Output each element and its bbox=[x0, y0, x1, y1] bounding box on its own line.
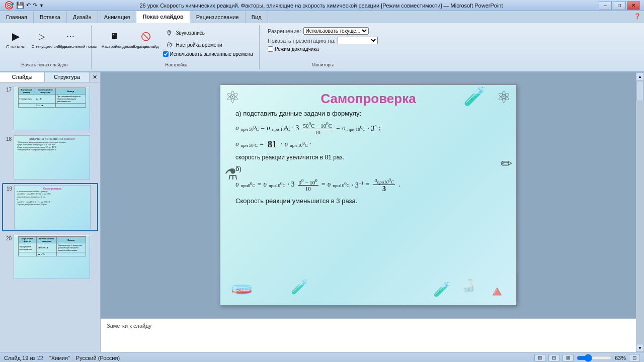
custom-show-label: Произвольный показ bbox=[58, 44, 83, 49]
slide-thumb-20[interactable]: 20 Изучаемый факторИспользуемые вещества… bbox=[2, 233, 98, 281]
sound-label: Звукозапись bbox=[176, 30, 205, 36]
btn-custom-show[interactable]: ⋯ Произвольный показ bbox=[56, 27, 85, 50]
slide-thumb-18[interactable]: 18 Задача на применение знаний • Определ… bbox=[2, 134, 98, 181]
ribbon-group-monitors: Разрешение: Использовать текуще... Показ… bbox=[268, 25, 384, 69]
formula-a-line2: υ при 50 C = 81 · υ при 100C · bbox=[235, 139, 501, 150]
btn-hide-slide[interactable]: 🚫 Скрыть слайд bbox=[131, 27, 161, 50]
slide-thumb-17[interactable]: 17 Изучаемый факторИспользуемые вещества… bbox=[2, 84, 98, 132]
panel-tab-outline[interactable]: Структура bbox=[45, 72, 90, 82]
presenter-mode-label: Режим докладчика bbox=[275, 46, 319, 52]
group-monitors-label: Мониторы bbox=[268, 61, 378, 67]
scroll-track[interactable] bbox=[636, 80, 644, 344]
show-on-label: Показать презентацию на: bbox=[268, 38, 336, 44]
setup-demo-label: Настройка демонстрации bbox=[102, 44, 127, 49]
scroll-thumb[interactable] bbox=[636, 81, 643, 101]
resolution-label: Разрешение: bbox=[268, 28, 301, 34]
btn-timing[interactable]: ⏱ Настройка времени bbox=[163, 39, 253, 50]
quick-access-redo[interactable]: ↷ bbox=[33, 2, 37, 9]
tab-animation[interactable]: Анимация bbox=[98, 11, 137, 23]
main-area: Слайды Структура ✕ 17 Изучаемый факторИс… bbox=[0, 72, 644, 352]
from-current-icon: ▷ bbox=[34, 28, 50, 44]
status-right: ⊞ ⊟ ⊠ 63% ⊡ bbox=[534, 354, 640, 361]
scroll-down-button[interactable]: ▼ bbox=[636, 344, 644, 352]
timing-label: Настройка времени bbox=[176, 42, 222, 48]
slide-num-17: 17 bbox=[4, 86, 12, 93]
presenter-mode-row[interactable]: Режим докладчика bbox=[268, 46, 378, 52]
from-start-label: С начала bbox=[6, 44, 26, 49]
result-a: скорость реакции увеличится в 81 раз. bbox=[235, 154, 501, 161]
from-current-label: С текущего слайда bbox=[32, 44, 52, 49]
sound-icon: 🎙 bbox=[165, 28, 174, 37]
show-on-row: Показать презентацию на: bbox=[268, 37, 378, 44]
slide-num-18: 18 bbox=[4, 135, 12, 142]
deco-tube-bottom: 🧪 bbox=[291, 279, 308, 295]
tab-home[interactable]: Главная bbox=[0, 11, 34, 23]
quick-access-more[interactable]: ▼ bbox=[39, 3, 44, 8]
status-left: Слайд 19 из 22 "Химия" Русский (Россия) bbox=[4, 355, 120, 361]
language-info: Русский (Россия) bbox=[76, 355, 120, 361]
presenter-mode-checkbox[interactable] bbox=[268, 46, 273, 52]
ai-label: Ai bbox=[36, 354, 43, 362]
minimize-button[interactable]: – bbox=[599, 1, 612, 10]
btn-from-current[interactable]: ▷ С текущего слайда bbox=[30, 27, 54, 50]
show-on-select[interactable] bbox=[338, 37, 378, 44]
slide-canvas[interactable]: ⚛ ⚛ 🧪 ⚗ ✏ 🧫 🧪 🔺 🍶 🧪 Самопро bbox=[220, 84, 517, 306]
slide-preview-18: Задача на применение знаний • Определить… bbox=[14, 135, 90, 179]
resolution-row: Разрешение: Использовать текуще... bbox=[268, 27, 378, 35]
tab-insert[interactable]: Вставка bbox=[34, 11, 67, 23]
formula-a-line1: υ при 500C = υ при 100C · 3 500C − 100C … bbox=[235, 121, 501, 135]
from-start-icon: ▶ bbox=[8, 28, 24, 44]
window-title: 26 урок Скорость химических реакций. Фак… bbox=[44, 3, 599, 9]
tab-slideshow[interactable]: Показ слайдов bbox=[136, 11, 190, 23]
deco-beaker-top: 🧪 bbox=[463, 86, 486, 107]
zoom-fit-button[interactable]: ⊡ bbox=[629, 354, 640, 361]
deco-atom-left: ⚛ bbox=[225, 87, 240, 107]
help-button[interactable]: ❓ bbox=[631, 11, 644, 23]
view-normal-button[interactable]: ⊞ bbox=[534, 354, 545, 361]
deco-triangle-bottom-right: 🔺 bbox=[488, 283, 506, 300]
quick-access-save[interactable]: 💾 bbox=[16, 2, 24, 9]
deco-flask-left: ⚗ bbox=[224, 165, 238, 183]
slide-num-20: 20 bbox=[4, 235, 12, 241]
tab-view[interactable]: Вид bbox=[246, 11, 268, 23]
group-setup-label: Настройка bbox=[100, 61, 253, 67]
slides-list: 17 Изучаемый факторИспользуемые вещества… bbox=[0, 82, 100, 348]
resolution-select[interactable]: Использовать текуще... bbox=[303, 27, 369, 35]
close-button[interactable]: ✕ bbox=[627, 1, 640, 10]
scroll-up-button[interactable]: ▲ bbox=[636, 72, 644, 80]
app-logo-icon: 🎯 bbox=[4, 1, 14, 10]
btn-from-start[interactable]: ▶ С начала bbox=[4, 27, 28, 50]
slide-main-content: а) подставить данные задачи в формулу: υ… bbox=[220, 110, 516, 205]
deco-atom-right: ⚛ bbox=[497, 87, 511, 107]
slides-panel: Слайды Структура ✕ 17 Изучаемый факторИс… bbox=[0, 72, 101, 352]
ribbon-group-setup: 🖥 Настройка демонстрации 🚫 Скрыть слайд … bbox=[100, 25, 260, 69]
right-scrollbar: ▲ ▼ bbox=[636, 72, 644, 352]
slide-preview-19: Самопроверка а) подставить данные задачи… bbox=[14, 185, 91, 229]
ribbon-group-start-show: ▶ С начала ▷ С текущего слайда ⋯ Произво… bbox=[4, 25, 92, 69]
slide-num-19: 19 bbox=[4, 185, 12, 192]
chk-recorded-input[interactable] bbox=[163, 51, 169, 57]
view-sorter-button[interactable]: ⊟ bbox=[548, 354, 559, 361]
result-b: Скорость реакции уменьшится в 3 раза. bbox=[235, 197, 501, 205]
part-b-label: б) bbox=[235, 165, 501, 172]
chk-recorded-row[interactable]: Использовать записанные времена bbox=[163, 51, 253, 57]
panel-close-button[interactable]: ✕ bbox=[90, 72, 100, 82]
btn-setup-demo[interactable]: 🖥 Настройка демонстрации bbox=[100, 27, 129, 50]
subtitle-a: а) подставить данные задачи в формулу: bbox=[235, 110, 501, 117]
formula-b: υ при00C = υ при100C · 3 00 − 100 10 = bbox=[235, 176, 501, 193]
slide-area: ⚛ ⚛ 🧪 ⚗ ✏ 🧫 🧪 🔺 🍶 🧪 Самопро bbox=[101, 72, 636, 352]
custom-show-icon: ⋯ bbox=[62, 28, 78, 44]
tab-review[interactable]: Рецензирование bbox=[190, 11, 246, 23]
hide-slide-label: Скрыть слайд bbox=[133, 44, 159, 49]
maximize-button[interactable]: □ bbox=[613, 1, 626, 10]
view-reading-button[interactable]: ⊠ bbox=[562, 354, 574, 361]
notes-area: Заметки к слайду bbox=[101, 318, 636, 352]
zoom-slider[interactable] bbox=[577, 354, 612, 361]
slide-thumb-19[interactable]: 19 Самопроверка а) подставить данные зад… bbox=[2, 183, 98, 231]
panel-tab-slides[interactable]: Слайды bbox=[0, 72, 45, 82]
btn-sound-record[interactable]: 🎙 Звукозапись bbox=[163, 27, 253, 38]
quick-access-undo[interactable]: ↶ bbox=[26, 2, 31, 9]
tab-design[interactable]: Дизайн bbox=[67, 11, 98, 23]
status-bar: Слайд 19 из 22 "Химия" Русский (Россия) … bbox=[0, 352, 644, 362]
ribbon-tab-bar: Главная Вставка Дизайн Анимация Показ сл… bbox=[0, 11, 644, 23]
